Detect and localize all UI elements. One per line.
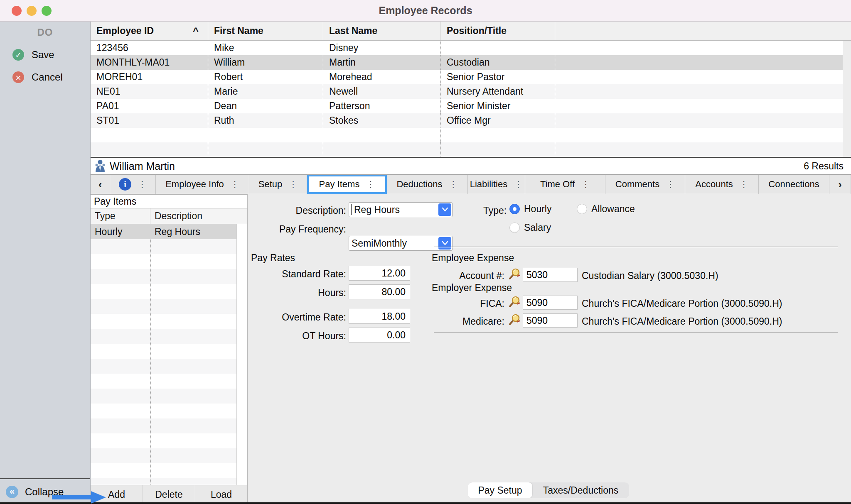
column-header-empty: [555, 22, 851, 40]
tab-deductions[interactable]: Deductions ⋮: [387, 175, 468, 194]
account-number-label: Account #:: [432, 270, 504, 281]
pay-items-scrollbar[interactable]: [236, 224, 247, 485]
traffic-lights: [12, 6, 52, 16]
tab-overflow-icon[interactable]: ⋮: [366, 179, 375, 189]
tab-pay-items[interactable]: Pay Items ⋮: [307, 175, 387, 194]
tab-label: Connections: [768, 179, 819, 190]
ot-hours-input[interactable]: [349, 328, 410, 343]
account-number-input[interactable]: [523, 268, 578, 282]
employer-expense-title: Employer Expense: [432, 282, 512, 294]
pay-frequency-combobox[interactable]: SemiMonthly: [349, 236, 453, 251]
cell-first-name: Marie: [208, 84, 323, 99]
dropdown-button[interactable]: [438, 237, 451, 250]
radio-label: Salary: [524, 222, 551, 233]
tab-connections[interactable]: Connections: [759, 175, 829, 194]
column-header-last-name[interactable]: Last Name: [323, 22, 441, 40]
employee-table: Employee ID ^ First Name Last Name Posit…: [91, 22, 851, 157]
tab-liabilities[interactable]: Liabilities ⋮: [468, 175, 525, 194]
minimize-window-icon[interactable]: [27, 6, 37, 16]
do-sidebar: DO ✓ Save × Cancel « Collapse: [0, 22, 91, 504]
standard-rate-input[interactable]: [349, 266, 410, 281]
tab-label: Pay Items: [319, 179, 360, 190]
pay-item-form: Description: Reg Hours Pay Frequency: Se…: [248, 194, 851, 504]
table-row[interactable]: ST01 Ruth Stokes Office Mgr: [91, 113, 851, 128]
radio-hourly[interactable]: Hourly: [509, 203, 551, 215]
medicare-account-input[interactable]: [523, 313, 578, 328]
tab-overflow-icon[interactable]: ⋮: [740, 179, 748, 189]
cell-pay-item-description: Reg Hours: [150, 224, 200, 239]
cell-position: Nursery Attendant: [441, 84, 555, 99]
record-tab-bar: ‹ i ⋮ Employee Info ⋮ Setup ⋮ Pay Items …: [91, 174, 851, 194]
person-icon: [95, 159, 106, 173]
radio-label: Hourly: [524, 203, 551, 215]
overtime-rate-input[interactable]: [349, 309, 410, 324]
results-count: 6 Results: [804, 161, 844, 172]
fica-lookup-icon[interactable]: [509, 296, 521, 311]
record-employee-name: William Martin: [110, 160, 175, 172]
description-combobox[interactable]: Reg Hours: [349, 202, 453, 217]
account-lookup-icon[interactable]: [509, 268, 521, 283]
dropdown-button[interactable]: [438, 203, 451, 216]
list-item-selected[interactable]: Hourly Reg Hours: [91, 224, 237, 239]
cell-pay-item-type: Hourly: [91, 224, 150, 239]
tab-overflow-icon[interactable]: ⋮: [666, 179, 675, 189]
cell-empty: [555, 113, 851, 128]
tab-employee-info[interactable]: Employee Info ⋮: [156, 175, 249, 194]
tab-overflow-icon[interactable]: ⋮: [581, 179, 590, 189]
table-row-selected[interactable]: MONTHLY-MA01 William Martin Custodian: [91, 55, 851, 70]
tab-comments[interactable]: Comments ⋮: [605, 175, 685, 194]
table-row[interactable]: 123456 Mike Disney: [91, 41, 851, 55]
tab-label: Employee Info: [165, 179, 224, 190]
tab-overflow-icon[interactable]: ⋮: [231, 179, 239, 189]
pay-items-list-header: Type Description: [91, 208, 247, 224]
pay-frequency-label: Pay Frequency:: [248, 224, 346, 235]
cancel-button[interactable]: × Cancel: [0, 71, 90, 83]
fica-account-input[interactable]: [523, 296, 578, 310]
column-header-label: First Name: [214, 25, 263, 37]
table-row[interactable]: MOREH01 Robert Morehead Senior Pastor: [91, 70, 851, 84]
cell-employee-id: PA01: [91, 99, 208, 113]
tab-scroll-right-button[interactable]: ›: [829, 175, 851, 194]
sort-ascending-icon[interactable]: ^: [193, 25, 202, 37]
close-window-icon[interactable]: [12, 6, 22, 16]
save-button[interactable]: ✓ Save: [0, 49, 90, 61]
standard-rate-label: Standard Rate:: [248, 269, 346, 280]
radio-salary[interactable]: Salary: [509, 222, 551, 233]
pay-items-panel: Pay Items Type Description Hourly Reg Ho…: [91, 194, 248, 504]
tab-accounts[interactable]: Accounts ⋮: [685, 175, 759, 194]
hours-input[interactable]: [349, 284, 410, 299]
zoom-window-icon[interactable]: [42, 6, 52, 16]
collapse-chevrons-icon: «: [6, 486, 18, 498]
column-header-description[interactable]: Description: [150, 208, 202, 224]
tab-overflow-icon[interactable]: ⋮: [138, 179, 147, 189]
cell-empty: [555, 55, 851, 70]
cell-empty: [555, 99, 851, 113]
tab-info[interactable]: i ⋮: [110, 175, 156, 194]
tab-time-off[interactable]: Time Off ⋮: [525, 175, 605, 194]
tab-overflow-icon[interactable]: ⋮: [289, 179, 298, 189]
load-button[interactable]: Load: [195, 485, 247, 504]
tab-setup[interactable]: Setup ⋮: [249, 175, 307, 194]
column-header-position-title[interactable]: Position/Title: [441, 22, 555, 40]
current-record-bar: William Martin 6 Results: [91, 157, 851, 174]
radio-allowance[interactable]: Allowance: [577, 203, 635, 215]
tab-overflow-icon[interactable]: ⋮: [514, 179, 523, 189]
column-header-type[interactable]: Type: [91, 208, 150, 224]
column-header-label: Last Name: [329, 25, 377, 37]
pay-rates-title: Pay Rates: [251, 252, 295, 264]
tab-overflow-icon[interactable]: ⋮: [449, 179, 458, 189]
medicare-lookup-icon[interactable]: [509, 313, 521, 328]
delete-button[interactable]: Delete: [143, 485, 195, 504]
employee-expense-title: Employee Expense: [432, 252, 514, 264]
tab-pay-setup[interactable]: Pay Setup: [468, 482, 532, 498]
column-header-employee-id[interactable]: Employee ID ^: [91, 22, 208, 40]
tab-taxes-deductions[interactable]: Taxes/Deductions: [532, 482, 629, 498]
tab-scroll-left-button[interactable]: ‹: [91, 175, 110, 194]
pay-frequency-value: SemiMonthly: [349, 238, 407, 249]
table-row[interactable]: PA01 Dean Patterson Senior Minister: [91, 99, 851, 113]
tab-label: Time Off: [540, 179, 575, 190]
table-row[interactable]: NE01 Marie Newell Nursery Attendant: [91, 84, 851, 99]
column-header-first-name[interactable]: First Name: [208, 22, 323, 40]
cell-position: Office Mgr: [441, 113, 555, 128]
cell-last-name: Martin: [323, 55, 441, 70]
